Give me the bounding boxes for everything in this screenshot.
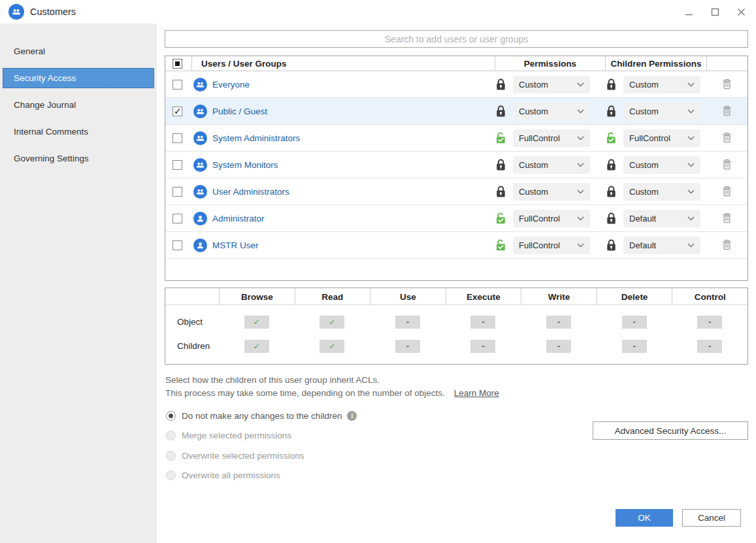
permission-toggle[interactable] — [244, 316, 269, 329]
select-all-checkbox[interactable] — [173, 59, 182, 69]
children-permission-select[interactable]: Custom — [623, 76, 700, 93]
table-row: System Monitors Custom — [165, 152, 748, 178]
cancel-button[interactable]: Cancel — [682, 509, 741, 527]
option-overwrite-selected: Overwrite selected permissions — [166, 448, 357, 463]
user-name: System Monitors — [212, 160, 278, 170]
permission-toggle[interactable] — [546, 316, 571, 329]
minimize-icon[interactable] — [680, 3, 697, 20]
chevron-down-icon — [577, 216, 584, 221]
user-name: Public / Guest — [212, 107, 267, 116]
avatar-icon — [193, 158, 207, 172]
sidebar-item-general[interactable]: General — [3, 41, 154, 61]
lock-icon — [605, 239, 617, 252]
sidebar-item-security-access[interactable]: Security Access — [3, 68, 154, 88]
grid-col-execute: Execute — [446, 288, 521, 305]
row-checkbox[interactable] — [173, 107, 182, 116]
trash-icon[interactable] — [722, 186, 732, 197]
unlock-check-icon — [605, 131, 617, 144]
lock-icon — [605, 185, 617, 198]
row-checkbox[interactable] — [173, 160, 182, 170]
grid-col-read: Read — [295, 288, 370, 305]
table-row: MSTR User FullControl — [165, 232, 748, 259]
customers-dialog: Customers General Security Access Change… — [0, 0, 756, 543]
permission-toggle[interactable] — [697, 340, 722, 353]
children-permission-select[interactable]: Custom — [623, 156, 700, 174]
chevron-down-icon — [687, 82, 695, 87]
trash-icon[interactable] — [722, 132, 732, 144]
permission-toggle[interactable] — [470, 316, 495, 329]
permission-toggle[interactable] — [244, 340, 269, 353]
permission-select[interactable]: FullControl — [513, 210, 590, 227]
permission-select[interactable]: FullControl — [513, 129, 590, 147]
lock-icon — [605, 158, 617, 171]
grid-row-children: Children — [165, 334, 748, 358]
maximize-icon[interactable] — [706, 3, 723, 20]
user-group-badge-icon — [8, 4, 24, 20]
user-name: MSTR User — [212, 240, 259, 250]
row-checkbox[interactable] — [173, 214, 182, 223]
close-icon[interactable] — [732, 3, 749, 20]
radio-button — [166, 431, 176, 440]
info-icon[interactable]: i — [347, 411, 357, 421]
children-permission-select[interactable]: Default — [623, 237, 700, 254]
permission-select[interactable]: FullControl — [513, 237, 590, 254]
children-permission-select[interactable]: FullControl — [623, 129, 700, 147]
permission-toggle[interactable] — [622, 340, 647, 353]
lock-icon — [495, 78, 507, 91]
permission-toggle[interactable] — [395, 340, 420, 353]
chevron-down-icon — [687, 243, 695, 248]
user-name: System Administrators — [212, 133, 300, 143]
advanced-security-access-button[interactable]: Advanced Security Access... — [593, 421, 748, 440]
grid-corner — [165, 288, 219, 305]
sidebar-item-change-journal[interactable]: Change Journal — [3, 95, 154, 115]
grid-row-object: Object — [165, 310, 748, 334]
title-bar: Customers — [0, 0, 756, 24]
permission-select[interactable]: Custom — [513, 76, 590, 93]
lock-icon — [495, 158, 507, 171]
permission-toggle[interactable] — [320, 340, 344, 353]
grid-row-label: Object — [165, 317, 219, 327]
inheritance-options: Do not make any changes to the children … — [166, 408, 357, 488]
avatar-icon — [193, 78, 207, 91]
chevron-down-icon — [577, 136, 584, 140]
permission-toggle[interactable] — [395, 316, 420, 329]
description-line-2: This process may take some time, dependi… — [165, 387, 499, 400]
unlock-check-icon — [495, 239, 507, 252]
permission-select[interactable]: Custom — [513, 103, 590, 120]
user-name: User Administrators — [212, 187, 289, 197]
permission-toggle[interactable] — [470, 340, 495, 353]
trash-icon[interactable] — [722, 212, 732, 224]
children-permission-select[interactable]: Custom — [623, 183, 700, 201]
permission-toggle[interactable] — [622, 316, 647, 329]
grid-col-use: Use — [370, 288, 446, 305]
radio-button[interactable] — [166, 411, 176, 421]
grid-col-control: Control — [672, 288, 748, 305]
unlock-check-icon — [495, 212, 507, 225]
row-checkbox[interactable] — [173, 80, 182, 90]
table-row: Public / Guest Custom — [165, 98, 748, 125]
sidebar-item-governing-settings[interactable]: Governing Settings — [3, 148, 154, 169]
column-header-children-permissions: Children Permissions — [605, 56, 706, 71]
search-input[interactable] — [165, 30, 748, 48]
permission-toggle[interactable] — [697, 316, 722, 329]
children-permission-select[interactable]: Default — [623, 210, 700, 227]
trash-icon[interactable] — [722, 105, 732, 117]
learn-more-link[interactable]: Learn More — [454, 388, 499, 398]
sidebar-item-internal-comments[interactable]: Internal Comments — [3, 122, 154, 142]
users-table-header: Users / User Groups Permissions Children… — [165, 56, 748, 71]
row-checkbox[interactable] — [173, 133, 182, 143]
avatar-icon — [193, 185, 207, 199]
row-checkbox[interactable] — [173, 187, 182, 197]
permission-select[interactable]: Custom — [513, 156, 590, 174]
ok-button[interactable]: OK — [616, 509, 673, 527]
row-checkbox[interactable] — [173, 240, 182, 250]
trash-icon[interactable] — [722, 159, 732, 171]
permission-select[interactable]: Custom — [513, 183, 590, 201]
option-merge-selected: Merge selected permissions — [166, 429, 357, 443]
permission-toggle[interactable] — [320, 316, 344, 329]
trash-icon[interactable] — [722, 239, 732, 251]
trash-icon[interactable] — [722, 78, 732, 90]
permission-toggle[interactable] — [546, 340, 571, 353]
grid-col-delete: Delete — [597, 288, 672, 305]
children-permission-select[interactable]: Custom — [623, 103, 700, 120]
